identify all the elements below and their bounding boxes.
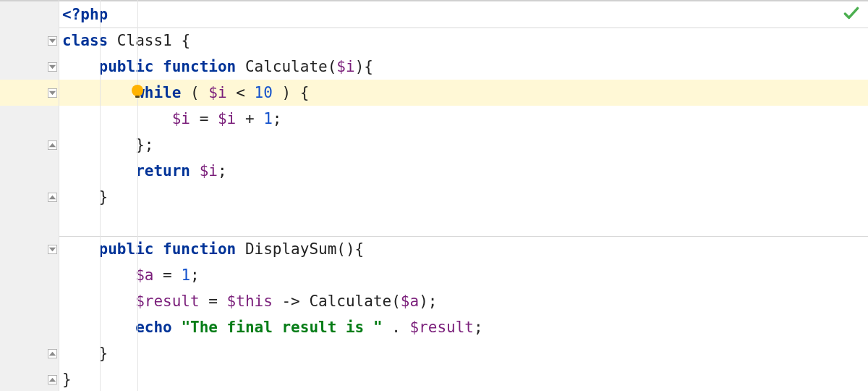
- code-token: [62, 110, 172, 127]
- code-line[interactable]: $result = $this -> Calculate($a);: [59, 288, 868, 314]
- gutter-line: [0, 288, 59, 314]
- code-token: $result: [409, 319, 474, 336]
- code-token: ;: [190, 266, 200, 284]
- code-line[interactable]: }: [59, 184, 868, 210]
- code-token: }: [62, 371, 72, 388]
- code-token: [62, 188, 99, 206]
- code-line[interactable]: };: [59, 132, 868, 158]
- code-token: [62, 345, 99, 362]
- code-token: .: [383, 319, 410, 336]
- svg-rect-9: [135, 96, 140, 98]
- gutter-line: [0, 54, 59, 80]
- code-token: $i: [336, 58, 354, 75]
- gutter-line: [0, 106, 59, 132]
- code-token: $i: [208, 84, 226, 101]
- gutter-line: [0, 28, 59, 54]
- code-token: [62, 293, 135, 310]
- fold-expand-icon[interactable]: [48, 349, 57, 358]
- code-token: 10: [255, 84, 273, 101]
- indent-guide: [100, 0, 101, 391]
- code-token: <?php: [62, 6, 108, 23]
- code-token: $i: [218, 110, 236, 127]
- fold-expand-icon[interactable]: [48, 140, 57, 150]
- code-token: return: [135, 162, 200, 180]
- code-token: [62, 214, 72, 232]
- code-token: 1: [181, 266, 190, 284]
- code-token: (: [328, 58, 337, 75]
- method-separator: [59, 28, 868, 28]
- code-line[interactable]: $i = $i + 1;: [59, 106, 868, 132]
- code-token: ->: [273, 293, 310, 310]
- code-line[interactable]: }: [59, 340, 868, 366]
- code-token: ;: [474, 319, 483, 336]
- code-token: <: [227, 84, 255, 101]
- code-token: {: [181, 32, 190, 49]
- lightbulb-icon[interactable]: [129, 81, 146, 101]
- code-token: Calculate: [245, 58, 328, 75]
- code-token: Calculate: [309, 293, 391, 310]
- code-token: =: [200, 293, 227, 310]
- code-token: [62, 240, 99, 258]
- gutter-line: [0, 184, 59, 210]
- gutter-line: [0, 80, 59, 106]
- code-token: "The final result is ": [181, 319, 382, 336]
- code-token: ;: [273, 110, 282, 127]
- fold-collapse-icon[interactable]: [48, 36, 57, 46]
- gutter-line: [0, 314, 59, 340]
- code-line[interactable]: <?php: [59, 1, 868, 28]
- code-line[interactable]: public function DisplaySum(){: [59, 236, 868, 262]
- code-token: Class1: [117, 32, 182, 49]
- checkmark-icon: [842, 4, 861, 23]
- code-token: [62, 319, 135, 336]
- fold-expand-icon[interactable]: [48, 193, 57, 202]
- code-token: =: [153, 266, 181, 284]
- code-line[interactable]: while ( $i < 10 ) {: [59, 80, 868, 106]
- code-token: ;: [218, 162, 227, 180]
- code-line[interactable]: public function Calculate($i){: [59, 54, 868, 80]
- code-line[interactable]: return $i;: [59, 158, 868, 184]
- code-line[interactable]: echo "The final result is " . $result;: [59, 314, 868, 340]
- svg-point-8: [132, 85, 143, 96]
- fold-collapse-icon[interactable]: [48, 88, 57, 98]
- gutter-line: [0, 262, 59, 288]
- code-token: +: [236, 110, 263, 127]
- gutter-line: [0, 340, 59, 366]
- indent-guide: [137, 0, 138, 391]
- code-token: $this: [227, 293, 273, 310]
- gutter-line: [0, 1, 59, 28]
- code-token: (: [190, 84, 208, 101]
- code-line[interactable]: }: [59, 366, 868, 391]
- gutter-line: [0, 210, 59, 236]
- code-editor: <?phpclass Class1 { public function Calc…: [0, 0, 868, 391]
- code-token: $a: [401, 293, 419, 310]
- code-token: echo: [135, 319, 181, 336]
- code-token: [62, 136, 135, 154]
- code-token: [62, 84, 135, 101]
- gutter-line: [0, 236, 59, 262]
- code-token: $i: [172, 110, 190, 127]
- code-token: [62, 266, 135, 284]
- code-token: ) {: [273, 84, 310, 101]
- code-token: (: [391, 293, 401, 310]
- code-area[interactable]: <?phpclass Class1 { public function Calc…: [59, 0, 868, 391]
- code-token: $i: [200, 162, 218, 180]
- code-token: class: [62, 32, 117, 49]
- code-token: ){: [355, 58, 373, 75]
- fold-collapse-icon[interactable]: [48, 62, 57, 72]
- fold-expand-icon[interactable]: [48, 375, 57, 384]
- code-line[interactable]: class Class1 {: [59, 28, 868, 54]
- code-token: 1: [263, 110, 273, 127]
- code-token: DisplaySum: [245, 240, 336, 258]
- gutter-line: [0, 366, 59, 391]
- code-line[interactable]: [59, 210, 868, 236]
- code-token: public function: [99, 240, 245, 258]
- code-token: =: [190, 110, 218, 127]
- fold-collapse-icon[interactable]: [48, 245, 57, 254]
- code-token: ): [419, 293, 428, 310]
- code-token: [62, 162, 135, 180]
- code-token: (){: [336, 240, 364, 258]
- gutter-line: [0, 158, 59, 184]
- code-token: ;: [428, 293, 438, 310]
- code-token: $result: [135, 293, 200, 310]
- code-line[interactable]: $a = 1;: [59, 262, 868, 288]
